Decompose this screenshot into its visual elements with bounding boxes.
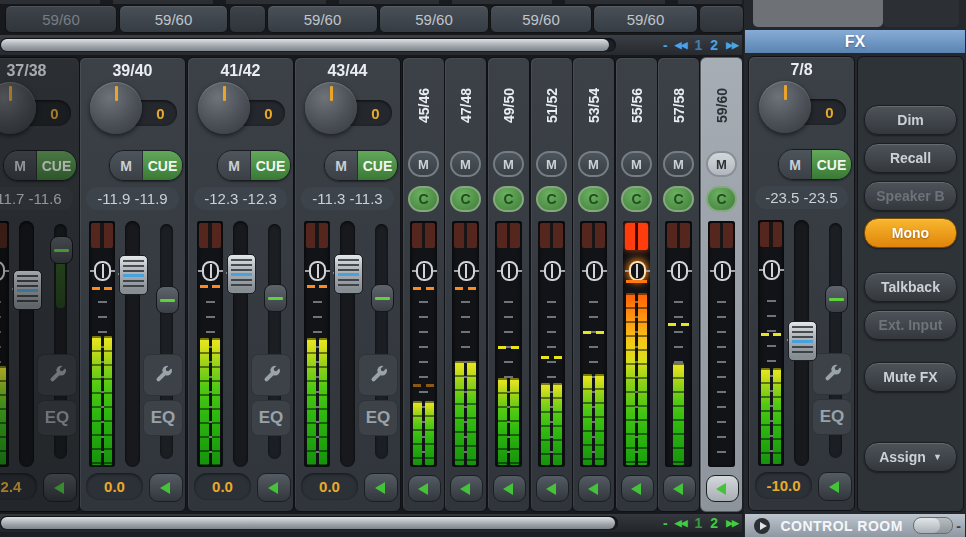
control-room-expand-button[interactable] [754,518,770,534]
cue-button[interactable]: C [663,186,694,212]
horizontal-scrollbar-top[interactable] [0,38,616,52]
mini-fader-zero-handle[interactable] [416,261,433,281]
output-assign-tab[interactable]: 59/60 [593,5,698,33]
cue-button[interactable]: CUE [812,150,851,179]
output-tab-spacer[interactable] [699,5,744,33]
channel-settings-button[interactable] [812,353,852,395]
pan-button[interactable] [493,475,526,502]
pan-button[interactable] [818,472,852,501]
pan-button[interactable] [43,473,77,502]
channel-strip-59-60[interactable]: 59/60MC [700,57,742,512]
mini-fader-zero-handle[interactable] [586,261,603,281]
fader-gain-value[interactable]: 0.0 [301,473,358,500]
fx-send-handle[interactable] [371,284,394,312]
scroll-minus-button[interactable]: - [663,515,667,531]
gain-knob[interactable] [759,81,811,133]
level-meter-track[interactable] [538,221,565,467]
ext-input-button[interactable]: Ext. Input [864,310,957,340]
mini-fader-zero-handle[interactable] [714,261,731,281]
fx-send-handle[interactable] [825,285,848,313]
pan-button[interactable] [450,475,483,502]
scroll-first-icon[interactable]: ◀◀ [675,518,687,528]
cue-button[interactable]: CUE [251,151,290,180]
scroll-last-icon[interactable]: ▶▶ [726,518,738,528]
scroll-minus-button[interactable]: - [663,37,667,53]
recall-button[interactable]: Recall [864,143,957,173]
dim-button[interactable]: Dim [864,105,957,135]
pan-button[interactable] [408,475,441,502]
page-button-1[interactable]: 1 [695,37,703,53]
fx-panel-title[interactable]: FX [745,30,965,53]
speaker-b-button[interactable]: Speaker B [864,181,957,211]
gain-knob[interactable] [305,82,357,134]
mute-button[interactable]: M [493,151,524,177]
mute-button[interactable]: M [408,151,439,177]
scroll-first-icon[interactable]: ◀◀ [675,40,687,50]
eq-button[interactable]: EQ [251,400,291,436]
mute-button[interactable]: M [536,151,567,177]
mono-button[interactable]: Mono [864,218,957,248]
eq-button[interactable]: EQ [37,400,77,436]
pan-button[interactable] [663,475,696,502]
cue-button[interactable]: CUE [37,151,76,180]
level-meter-track[interactable] [708,221,735,467]
volume-fader-handle[interactable] [227,254,256,294]
pan-button[interactable] [706,475,739,502]
output-assign-tab[interactable]: 59/60 [379,5,489,33]
fader-track[interactable] [19,221,34,467]
mini-fader-zero-handle[interactable] [629,261,646,281]
pan-button[interactable] [621,475,654,502]
fx-send-handle[interactable] [50,236,73,264]
cue-button[interactable]: C [408,186,439,212]
volume-fader-handle[interactable] [13,270,42,310]
gain-knob[interactable] [0,82,36,134]
pan-button[interactable] [578,475,611,502]
pan-button[interactable] [149,473,183,502]
mute-button[interactable]: M [621,151,652,177]
talkback-button[interactable]: Talkback [864,272,957,302]
control-room-minimize[interactable]: - [956,518,961,534]
page-button-2[interactable]: 2 [710,515,718,531]
page-button-1[interactable]: 1 [695,515,703,531]
fader-gain-value[interactable]: 0.0 [194,473,251,500]
pan-button[interactable] [536,475,569,502]
mute-button[interactable]: M [218,151,251,180]
cue-button[interactable]: C [706,186,737,212]
cue-button[interactable]: C [450,186,481,212]
gain-knob[interactable] [198,82,250,134]
volume-fader-handle[interactable] [334,254,363,294]
fader-gain-value[interactable]: -2.4 [0,473,37,500]
pan-button[interactable] [257,473,291,502]
mute-fx-button[interactable]: Mute FX [864,362,957,392]
cue-button[interactable]: C [578,186,609,212]
cue-button[interactable]: C [621,186,652,212]
mute-button[interactable]: M [578,151,609,177]
mute-button[interactable]: M [779,150,812,179]
output-assign-tab[interactable]: 59/60 [267,5,378,33]
mute-button[interactable]: M [450,151,481,177]
eq-button[interactable]: EQ [143,400,183,436]
scroll-last-icon[interactable]: ▶▶ [726,40,738,50]
horizontal-scrollbar-bottom[interactable] [0,516,618,530]
mute-button[interactable]: M [110,151,143,180]
level-meter-track[interactable] [623,221,650,467]
level-meter-track[interactable] [665,221,692,467]
scrollbar-thumb-top[interactable] [1,39,609,51]
output-assign-tab[interactable]: 59/60 [119,5,228,33]
mini-fader-zero-handle[interactable] [671,261,688,281]
eq-button[interactable]: EQ [358,400,398,436]
mute-button[interactable]: M [706,151,737,177]
output-tab-spacer[interactable] [229,5,266,33]
cue-button[interactable]: CUE [358,151,397,180]
channel-settings-button[interactable] [37,354,77,396]
channel-settings-button[interactable] [358,354,398,396]
scrollbar-thumb-bottom[interactable] [1,517,615,529]
mini-fader-zero-handle[interactable] [501,261,518,281]
assign-button[interactable]: Assign▼ [864,442,957,472]
volume-fader-handle[interactable] [788,321,817,361]
output-assign-tab[interactable]: 59/60 [490,5,592,33]
mini-fader-zero-handle[interactable] [544,261,561,281]
eq-button[interactable]: EQ [812,399,852,435]
cue-button[interactable]: CUE [143,151,182,180]
cue-button[interactable]: C [536,186,567,212]
